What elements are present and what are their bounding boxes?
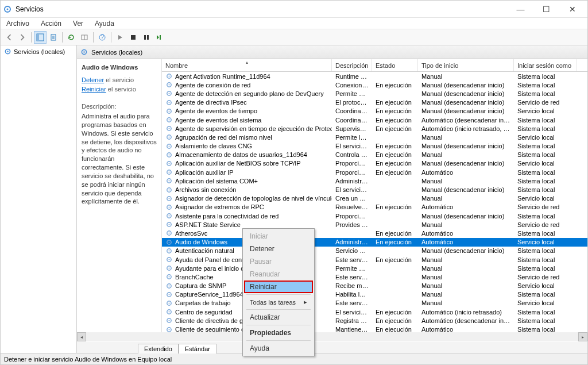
svg-point-19 [169, 84, 170, 86]
svg-point-59 [169, 259, 170, 260]
restart-service-link[interactable]: Reiniciar [82, 86, 106, 93]
service-start: Automático (desencadenar inicio) [418, 317, 514, 324]
service-row[interactable]: Ayudante para el inicio dPermite al u...… [162, 264, 587, 272]
service-row[interactable]: Archivos sin conexiónEl servicio d...Man… [162, 185, 587, 194]
svg-point-61 [169, 268, 170, 269]
service-row[interactable]: Autenticación naturalServicio de a...Man… [162, 247, 587, 255]
service-row[interactable]: Agente de eventos de tiempoCoordina la .… [162, 107, 587, 116]
service-row[interactable]: Agent Activation Runtime_11d964Runtime f… [162, 72, 587, 80]
cm-stop[interactable]: Detener [244, 243, 313, 255]
stop-service-link[interactable]: Detener [82, 76, 104, 83]
close-button[interactable]: ✕ [559, 1, 585, 17]
service-row[interactable]: Aplicación del sistema COM+Administra l.… [162, 176, 587, 185]
maximize-button[interactable]: ☐ [533, 1, 559, 17]
service-row[interactable]: Audio de WindowsAdministra ...En ejecuci… [162, 238, 587, 247]
service-icon [165, 221, 173, 228]
service-row[interactable]: Centro de seguridadEl servicio W...En ej… [162, 308, 587, 316]
forward-button[interactable] [16, 31, 29, 44]
stop-service-button[interactable] [127, 31, 140, 44]
service-icon [165, 291, 173, 298]
minimize-button[interactable]: — [508, 1, 533, 17]
column-name[interactable]: Nombre▴ [162, 59, 332, 71]
menu-view[interactable]: Ver [71, 18, 86, 29]
service-row[interactable]: Aplicación auxiliar IPProporciona...En e… [162, 168, 587, 176]
service-state: En ejecución [372, 99, 418, 106]
help-button[interactable]: ? [96, 31, 109, 44]
tab-standard[interactable]: Estándar [179, 344, 216, 354]
menu-help[interactable]: Ayuda [92, 18, 117, 29]
service-row[interactable]: Cliente de directiva de grRegistra y ac.… [162, 316, 587, 325]
service-name: Agente de detección en segundo plano de … [175, 90, 324, 97]
menu-file[interactable]: Archivo [4, 18, 32, 29]
service-row[interactable]: Ayuda del Panel de contrEste servicio...… [162, 255, 587, 264]
export-button[interactable] [47, 31, 60, 44]
column-state[interactable]: Estado [372, 59, 418, 71]
service-logon: Sistema local [514, 247, 577, 254]
cm-all-tasks[interactable]: Todas las tareas▸ [244, 296, 313, 308]
service-row[interactable]: Cliente de seguimiento dMantiene lo...En… [162, 325, 587, 332]
service-desc: Administra ... [332, 239, 372, 245]
service-row[interactable]: Agente de directiva IPsecEl protocolo...… [162, 98, 587, 107]
column-logon[interactable]: Iniciar sesión como [514, 59, 577, 71]
svg-point-53 [169, 233, 170, 234]
start-service-button[interactable] [114, 31, 126, 44]
service-row[interactable]: Agente de detección en segundo plano de … [162, 89, 587, 98]
service-logon: Sistema local [514, 230, 577, 237]
service-name: Carpetas de trabajo [175, 299, 231, 306]
refresh-button[interactable] [65, 31, 78, 44]
service-icon [165, 326, 173, 332]
service-row[interactable]: Agrupación de red del mismo nivelPermite… [162, 133, 587, 141]
column-start[interactable]: Tipo de inicio [418, 59, 514, 71]
service-start: Manual [418, 178, 514, 185]
service-logon: Sistema local [514, 169, 577, 176]
scroll-left-button[interactable]: ◂ [77, 332, 86, 341]
service-name: Almacenamiento de datos de usuarios_11d9… [175, 151, 307, 158]
svg-point-69 [169, 302, 170, 303]
service-name: Agente de eventos del sistema [175, 117, 261, 124]
tree-item-services-local[interactable]: Servicios (locales) [1, 45, 76, 57]
service-desc: Este servicio... [332, 274, 372, 281]
cm-refresh[interactable]: Actualizar [244, 311, 313, 324]
service-icon [165, 143, 173, 150]
service-row[interactable]: Carpetas de trabajoEste servicio...Manua… [162, 299, 587, 308]
service-row[interactable]: Asignador de extremos de RPCResuelve ide… [162, 203, 587, 212]
menu-bar: Archivo Acción Ver Ayuda [1, 18, 587, 29]
svg-rect-9 [144, 35, 146, 40]
service-row[interactable]: Agente de conexión de redConexiones ...E… [162, 80, 587, 89]
service-row[interactable]: Captura de SNMPRecibe men...ManualServic… [162, 282, 587, 290]
service-logon: Servicio local [514, 282, 577, 289]
title-bar: Servicios — ☐ ✕ [1, 1, 587, 18]
export-list-button[interactable] [78, 31, 91, 44]
service-row[interactable]: Asignador de detección de topologías de … [162, 194, 587, 203]
cm-restart[interactable]: Reiniciar [244, 281, 313, 293]
service-row[interactable]: AtherosSvcEn ejecuciónAutomáticoSistema … [162, 229, 587, 237]
service-start: Automático [418, 326, 514, 332]
scroll-right-button[interactable]: ▸ [578, 332, 587, 341]
service-row[interactable]: Agente de eventos del sistemaCoordina la… [162, 116, 587, 124]
restart-service-button[interactable] [153, 31, 166, 44]
service-start: Automático [418, 230, 514, 237]
cm-properties[interactable]: Propiedades [244, 326, 313, 339]
svg-point-1 [7, 8, 9, 10]
service-row[interactable]: Almacenamiento de datos de usuarios_11d9… [162, 151, 587, 159]
horizontal-scrollbar[interactable]: ◂ ▸ [77, 332, 587, 341]
back-button[interactable] [3, 31, 16, 44]
pause-service-button[interactable] [140, 31, 153, 44]
service-row[interactable]: BranchCacheEste servicio...ManualServici… [162, 272, 587, 281]
service-desc: Habilita la f... [332, 291, 372, 298]
service-desc: Provides su... [332, 221, 372, 228]
service-row[interactable]: Aplicación auxiliar de NetBIOS sobre TCP… [162, 159, 587, 168]
service-row[interactable]: Aislamiento de claves CNGEl servicio Ai.… [162, 142, 587, 151]
service-state: En ejecución [372, 326, 418, 332]
cm-help[interactable]: Ayuda [244, 342, 313, 355]
service-logon: Servicio de red [514, 203, 577, 210]
service-row[interactable]: Agente de supervisión en tiempo de ejecu… [162, 124, 587, 133]
menu-action[interactable]: Acción [38, 18, 64, 29]
show-hide-tree-button[interactable] [34, 31, 47, 44]
service-row[interactable]: CaptureService_11d964Habilita la f...Man… [162, 290, 587, 299]
tab-extended[interactable]: Extendido [138, 344, 179, 354]
service-state: En ejecución [372, 143, 418, 149]
service-row[interactable]: ASP.NET State ServiceProvides su...Manua… [162, 220, 587, 229]
service-row[interactable]: Asistente para la conectividad de redPro… [162, 212, 587, 220]
column-desc[interactable]: Descripción [332, 59, 372, 71]
